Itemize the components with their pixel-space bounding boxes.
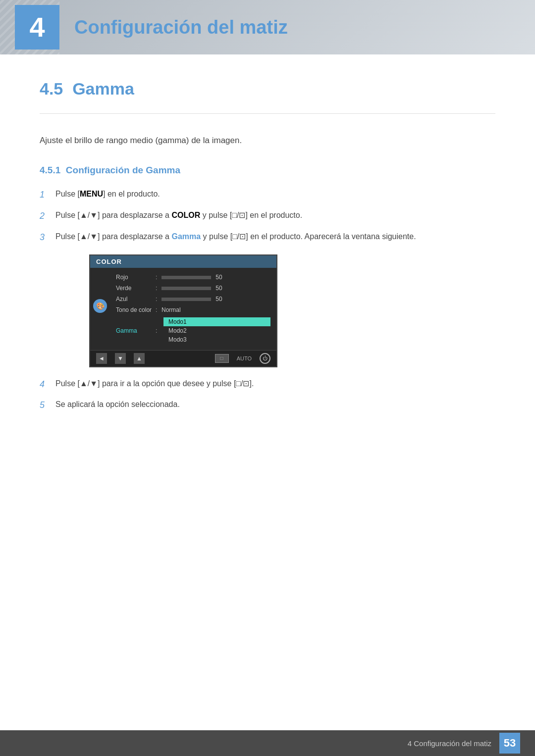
color-keyword: COLOR [171, 211, 200, 219]
text-rojo: 50 [215, 274, 222, 281]
menu-icon: 🎨 [93, 299, 107, 313]
step-3-number: 3 [40, 230, 55, 245]
toolbar-btn-up[interactable]: ▲ [134, 353, 145, 364]
gamma-modo3: Modo3 [163, 335, 270, 344]
label-azul: Azul [116, 296, 156, 302]
chapter-number: 4 [29, 13, 45, 41]
menu-body: 🎨 Rojo : 50 [90, 268, 276, 350]
bar-azul-bg [161, 298, 211, 301]
gamma-modo2: Modo2 [163, 326, 270, 335]
menu-window: COLOR 🎨 Rojo : [89, 254, 277, 367]
step-3: 3 Pulse [▲/▼] para desplazarse a Gamma y… [40, 230, 495, 245]
label-gamma: Gamma [116, 327, 156, 334]
subsection-heading: 4.5.1 Configuración de Gamma [40, 165, 495, 176]
main-content: 4.5 Gamma Ajuste el brillo de rango medi… [0, 54, 535, 482]
menu-title-bar: COLOR [90, 255, 276, 268]
value-azul: 50 [161, 296, 270, 302]
step-3-text: Pulse [▲/▼] para desplazarse a Gamma y p… [55, 230, 495, 243]
step-5-number: 5 [40, 398, 55, 412]
toolbar-btn-down[interactable]: ▼ [115, 353, 126, 364]
value-gamma: Modo1 Modo2 Modo3 [161, 317, 270, 344]
footer-chapter-text: 4 Configuración del matiz [408, 739, 491, 748]
menu-items: Rojo : 50 Verde : [110, 272, 276, 346]
step-4-number: 4 [40, 377, 55, 392]
menu-screenshot: COLOR 🎨 Rojo : [89, 254, 277, 367]
step-1-text: Pulse [MENU] en el producto. [55, 188, 495, 201]
toolbar-btn-power[interactable]: ⏻ [260, 353, 270, 364]
menu-item-gamma: Gamma : Modo1 Modo2 Modo3 [114, 315, 272, 346]
step-2-text: Pulse [▲/▼] para desplazarse a COLOR y p… [55, 209, 495, 222]
menu-item-azul: Azul : 50 [114, 294, 272, 304]
chapter-number-box: 4 [15, 5, 59, 50]
step-2-number: 2 [40, 209, 55, 223]
gamma-keyword: Gamma [171, 232, 201, 241]
bar-verde-bg [161, 287, 211, 290]
step-4: 4 Pulse [▲/▼] para ir a la opción que de… [40, 377, 495, 392]
gamma-options: Modo1 Modo2 Modo3 [163, 317, 270, 344]
step-1: 1 Pulse [MENU] en el producto. [40, 188, 495, 202]
page-footer: 4 Configuración del matiz 53 [0, 730, 535, 756]
toolbar-btn-screen[interactable]: □ [215, 354, 229, 363]
text-tono: Normal [161, 306, 181, 313]
menu-item-tono: Tono de color : Normal [114, 304, 272, 315]
value-tono: Normal [161, 306, 270, 313]
step-5: 5 Se aplicará la opción seleccionada. [40, 398, 495, 412]
steps-list-2: 4 Pulse [▲/▼] para ir a la opción que de… [40, 377, 495, 413]
footer-page-number: 53 [499, 733, 520, 754]
value-verde: 50 [161, 285, 270, 292]
header-banner: 4 Configuración del matiz [0, 0, 535, 54]
step-5-text: Se aplicará la opción seleccionada. [55, 398, 495, 411]
step-1-number: 1 [40, 188, 55, 202]
label-rojo: Rojo [116, 274, 156, 281]
value-rojo: 50 [161, 274, 270, 281]
text-verde: 50 [215, 285, 222, 292]
menu-item-rojo: Rojo : 50 [114, 272, 272, 283]
toolbar-btn-left[interactable]: ◄ [96, 353, 107, 364]
steps-list: 1 Pulse [MENU] en el producto. 2 Pulse [… [40, 188, 495, 244]
bar-rojo-bg [161, 276, 211, 279]
key-menu: MENU [80, 190, 103, 198]
section-heading: 4.5 Gamma [40, 79, 495, 99]
divider [40, 113, 495, 114]
text-azul: 50 [215, 296, 222, 302]
gamma-modo1: Modo1 [163, 317, 270, 326]
chapter-title: Configuración del matiz [74, 17, 288, 38]
step-4-text: Pulse [▲/▼] para ir a la opción que dese… [55, 377, 495, 390]
menu-item-verde: Verde : 50 [114, 283, 272, 294]
section-gamma: 4.5 Gamma Ajuste el brillo de rango medi… [40, 79, 495, 412]
label-verde: Verde [116, 285, 156, 292]
toolbar-btn-auto-label: AUTO [237, 355, 252, 361]
label-tono: Tono de color [116, 306, 156, 313]
section-description: Ajuste el brillo de rango medio (gamma) … [40, 134, 495, 147]
menu-left-icon-area: 🎨 [90, 272, 110, 346]
step-2: 2 Pulse [▲/▼] para desplazarse a COLOR y… [40, 209, 495, 223]
menu-toolbar: ◄ ▼ ▲ □ AUTO ⏻ [90, 350, 276, 366]
